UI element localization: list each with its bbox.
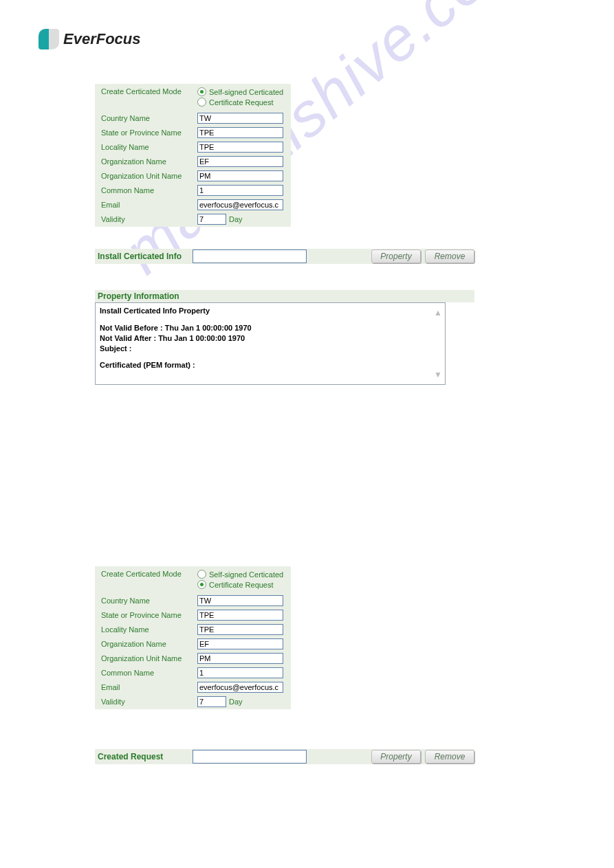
orgunit-input[interactable] [197, 170, 283, 181]
org-input[interactable] [197, 638, 283, 649]
label-locality: Locality Name [96, 143, 197, 151]
property-button[interactable]: Property [371, 249, 421, 263]
chevron-down-icon[interactable]: ▼ [434, 369, 442, 380]
prop-line4: Subject : [100, 344, 441, 354]
radio-cert-request[interactable]: Certificate Request [197, 98, 283, 107]
certificate-form-self-signed: Create Certicated Mode Self-signed Certi… [95, 84, 291, 227]
state-input[interactable] [197, 127, 283, 138]
brand-name: EverFocus [63, 30, 141, 48]
locality-input[interactable] [197, 142, 283, 153]
radio-icon [197, 570, 206, 579]
label-country: Country Name [96, 597, 197, 605]
label-mode: Create Certicated Mode [96, 87, 197, 96]
country-input[interactable] [197, 113, 283, 124]
common-input[interactable] [197, 667, 283, 678]
label-day: Day [229, 215, 243, 223]
label-validity: Validity [96, 698, 197, 706]
property-button[interactable]: Property [371, 750, 421, 764]
label-email: Email [96, 201, 197, 209]
org-input[interactable] [197, 156, 283, 167]
email-input[interactable] [197, 199, 283, 210]
validity-input[interactable] [197, 214, 226, 225]
email-input[interactable] [197, 682, 283, 693]
label-state: State or Province Name [96, 129, 197, 137]
radio-self-signed[interactable]: Self-signed Certicated [197, 570, 283, 579]
label-org: Organization Name [96, 157, 197, 166]
label-mode: Create Certicated Mode [96, 570, 197, 578]
label-email: Email [96, 683, 197, 691]
property-info-header: Property Information [95, 290, 474, 302]
radio-label-req: Certificate Request [209, 581, 274, 589]
label-locality: Locality Name [96, 625, 197, 634]
remove-button[interactable]: Remove [425, 750, 474, 764]
radio-label-self: Self-signed Certicated [209, 570, 283, 579]
install-cert-bar: Install Certicated Info Property Remove [95, 249, 474, 264]
radio-self-signed[interactable]: Self-signed Certicated [197, 87, 283, 96]
radio-label-self: Self-signed Certicated [209, 88, 283, 96]
label-state: State or Province Name [96, 611, 197, 619]
logo-icon [39, 29, 59, 49]
country-input[interactable] [197, 595, 283, 606]
install-input[interactable] [193, 249, 307, 263]
state-input[interactable] [197, 610, 283, 621]
radio-icon [197, 580, 206, 589]
radio-icon [197, 87, 206, 96]
prop-line3: Not Valid After : Thu Jan 1 00:00:00 197… [100, 333, 441, 344]
certificate-form-request: Create Certicated Mode Self-signed Certi… [95, 566, 291, 709]
chevron-up-icon[interactable]: ▲ [434, 307, 442, 318]
prop-line1: Install Certicated Info Property [100, 306, 441, 316]
created-title: Created Request [95, 752, 193, 761]
label-org: Organization Name [96, 640, 197, 648]
created-request-bar: Created Request Property Remove [95, 749, 474, 764]
prop-line2: Not Valid Before : Thu Jan 1 00:00:00 19… [100, 323, 441, 333]
created-input[interactable] [193, 750, 307, 764]
orgunit-input[interactable] [197, 653, 283, 664]
label-common: Common Name [96, 669, 197, 677]
property-info-box[interactable]: ▲ ▼ Install Certicated Info Property Not… [95, 302, 446, 385]
locality-input[interactable] [197, 624, 283, 635]
label-orgunit: Organization Unit Name [96, 654, 197, 663]
install-title: Install Certicated Info [95, 252, 193, 261]
remove-button[interactable]: Remove [425, 249, 474, 263]
prop-line5: Certificated (PEM format) : [100, 360, 441, 370]
label-orgunit: Organization Unit Name [96, 172, 197, 180]
validity-input[interactable] [197, 696, 226, 707]
label-day: Day [229, 698, 243, 706]
radio-icon [197, 98, 206, 107]
label-validity: Validity [96, 215, 197, 223]
radio-label-req: Certificate Request [209, 98, 274, 107]
label-country: Country Name [96, 114, 197, 122]
common-input[interactable] [197, 185, 283, 196]
brand-logo: EverFocus [39, 29, 141, 49]
radio-cert-request[interactable]: Certificate Request [197, 580, 283, 589]
label-common: Common Name [96, 186, 197, 194]
